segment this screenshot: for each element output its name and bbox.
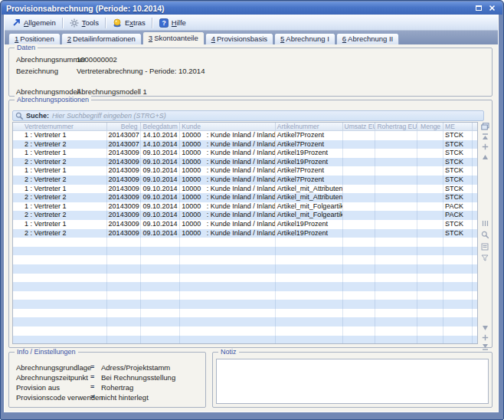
notiz-textarea[interactable]	[216, 359, 489, 404]
tab-abrechnung-1[interactable]: 5Abrechnung I	[274, 33, 335, 44]
grid-cell	[417, 291, 443, 300]
grid-row[interactable]: 2 : Vertreter 22014300909.10.2014 /Do100…	[13, 211, 477, 220]
tab-positionen[interactable]: 1Positionen	[8, 33, 61, 44]
grid-row[interactable]: 2 : Vertreter 22014300909.10.2014 /Do100…	[13, 229, 477, 238]
grid-header-cell[interactable]: ME	[443, 123, 473, 130]
view-columns-icon[interactable]	[480, 219, 489, 228]
search-bar[interactable]: Suche: Hier Suchbegriff eingeben (STRG+S…	[12, 110, 484, 121]
grid-cell	[417, 300, 443, 309]
group-abrechnungspositionen: Abrechnungspositionen Suche: Hier Suchbe…	[8, 100, 493, 348]
close-icon	[489, 5, 496, 11]
grid-row[interactable]: 1 : Vertreter 12014300909.10.2014 /Do100…	[13, 220, 477, 229]
grid-cell: 20143009	[107, 176, 142, 185]
tab-detailinformationen[interactable]: 2Detailinformationen	[61, 33, 142, 44]
grid-cell: 10000 : Kunde Inland / Inlandsort	[180, 193, 276, 202]
grid-cell	[473, 326, 477, 336]
grid-row[interactable]: 2 : Vertreter 22014300909.10.2014 /Do100…	[13, 193, 477, 202]
grid-cell	[343, 185, 376, 194]
search-input[interactable]: Hier Suchbegriff eingeben (STRG+S)	[52, 112, 166, 120]
grid-header-cell[interactable]: Rohertrag EUR	[375, 123, 417, 130]
grid-header-cell[interactable]: Belegdatum	[141, 123, 180, 130]
grid-cell	[141, 274, 180, 283]
scroll-down-icon[interactable]	[480, 323, 489, 332]
scroll-last-icon[interactable]	[480, 343, 489, 351]
restore-window-button[interactable]	[473, 3, 484, 13]
scroll-first-icon[interactable]	[480, 133, 489, 141]
grid-cell: 09.10.2014 /Do	[141, 211, 180, 220]
titlebar[interactable]: Provisionsabrechnung (Periode: 10.2014)	[2, 2, 502, 15]
grid-row[interactable]: 1 : Vertreter 12014300909.10.2014 /Do100…	[13, 149, 477, 158]
grid-cell	[141, 282, 180, 291]
grid-cell	[417, 326, 443, 336]
grid-cell: 20143009	[107, 149, 142, 158]
grid-cell	[417, 211, 443, 220]
export-icon[interactable]	[480, 242, 489, 251]
window-title: Provisionsabrechnung (Periode: 10.2014)	[6, 4, 470, 13]
grid-header-cell[interactable]: Artikelnummer	[276, 123, 343, 130]
grid-cell	[13, 300, 107, 309]
menu-item-tools[interactable]: Tools	[65, 17, 103, 29]
grid-header-cell[interactable]: Umsatz EUR	[343, 123, 376, 130]
menu-item-extras[interactable]: Extras	[108, 17, 150, 29]
grid-row[interactable]: 1 : Vertreter 12014300714.10.2014 /Di100…	[13, 131, 477, 140]
tab-abrechnung-2[interactable]: 6Abrechnung II	[336, 33, 399, 44]
grid-cell	[343, 326, 376, 336]
column-chooser-icon[interactable]	[480, 122, 489, 130]
filter-icon[interactable]	[480, 254, 489, 262]
grid-cell: 20143009	[107, 166, 142, 176]
grid-cell: STCK	[443, 140, 473, 149]
grid-row[interactable]: 1 : Vertreter 12014300909.10.2014 /Do100…	[13, 202, 477, 212]
close-window-button[interactable]	[486, 3, 498, 13]
grid-row[interactable]: 1 : Vertreter 12014300909.10.2014 /Do100…	[13, 185, 477, 194]
grid-cell	[443, 282, 473, 291]
menu-item-hilfe[interactable]: ? Hilfe	[155, 17, 191, 29]
grid-cell	[343, 229, 376, 238]
grid-cell	[343, 149, 376, 158]
grid-cell	[443, 274, 473, 283]
grid-cell: 2 : Vertreter 2	[13, 176, 107, 185]
grid-cell	[343, 176, 376, 185]
grid-row[interactable]: 2 : Vertreter 22014300714.10.2014 /Di100…	[13, 140, 477, 149]
grid-body: 1 : Vertreter 12014300714.10.2014 /Di100…	[13, 131, 477, 344]
grid-cell	[13, 238, 107, 247]
grid-cell: 10000 : Kunde Inland / Inlandsort	[180, 220, 276, 229]
grid-header-cell[interactable]: Menge	[417, 123, 443, 130]
grid-cell	[180, 300, 276, 309]
grid-cell	[443, 317, 473, 326]
grid-cell	[417, 282, 443, 291]
menu-item-allgemein[interactable]: Allgemein	[8, 17, 61, 29]
grid-cell	[107, 264, 142, 274]
grid-header-cell[interactable]: Vertreternummer	[13, 123, 107, 130]
grid-cell: Artikel_mit_Folgeartikel	[276, 211, 343, 220]
grid-cell: Artikel7Prozent	[276, 131, 343, 140]
grid-cell	[180, 274, 276, 283]
scroll-pagedown-icon[interactable]	[480, 333, 489, 342]
tab-skontoanteile[interactable]: 3Skontoanteile	[142, 31, 205, 44]
scroll-pageup-icon[interactable]	[480, 143, 489, 151]
grid-header-cell[interactable]: Beleg	[107, 123, 142, 130]
grid-cell	[276, 317, 343, 326]
zoom-icon[interactable]	[480, 231, 489, 239]
restore-icon	[475, 5, 483, 11]
grid-cell: STCK	[443, 176, 473, 185]
grid-cell	[375, 300, 417, 309]
grid-cell	[141, 238, 180, 247]
grid-row[interactable]: 1 : Vertreter 12014300909.10.2014 /Do100…	[13, 166, 477, 176]
grid-cell: 10000 : Kunde Inland / Inlandsort	[180, 149, 276, 158]
grid-empty-row	[13, 255, 477, 264]
grid-cell: 10000 : Kunde Inland / Inlandsort	[180, 166, 276, 176]
equals-separator: =	[90, 373, 94, 381]
info-label-provision-aus: Provision aus	[16, 383, 60, 392]
grid-empty-row	[13, 336, 477, 344]
tab-provisionsbasis[interactable]: 4Provisionsbasis	[205, 33, 273, 44]
grid-row[interactable]: 2 : Vertreter 22014300909.10.2014 /Do100…	[13, 158, 477, 167]
grid-cell	[473, 211, 477, 220]
grid-row[interactable]: 2 : Vertreter 22014300909.10.2014 /Do100…	[13, 176, 477, 185]
scroll-up-icon[interactable]	[480, 153, 489, 161]
grid-header-cell[interactable]: Kunde	[180, 123, 276, 130]
grid-cell	[473, 202, 477, 212]
tab-page-skontoanteile: Daten Abrechnungsnummer 1000000002 Bezei…	[5, 44, 498, 412]
grid-cell	[141, 309, 180, 318]
grid-cell	[107, 255, 142, 264]
grid-cell	[13, 274, 107, 283]
